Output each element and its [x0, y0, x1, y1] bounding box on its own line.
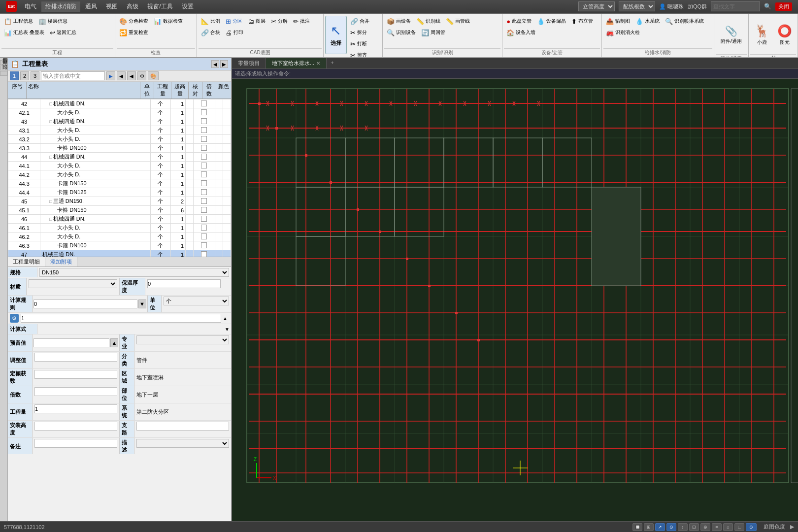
input-calc-rule[interactable]: [33, 299, 137, 308]
search-clear-btn[interactable]: ◀: [127, 71, 136, 80]
btn-layer[interactable]: 🗂图层: [245, 16, 268, 27]
wire-count-combo[interactable]: 配线根数: [619, 1, 655, 11]
input-adjust[interactable]: [34, 353, 117, 362]
btn-merge[interactable]: 🔗合并: [348, 16, 372, 27]
input-insulation[interactable]: [147, 279, 221, 288]
btn-set-vertical[interactable]: ⬆布立管: [569, 16, 596, 27]
btn-repeat-check[interactable]: 🔁重复检查: [117, 27, 151, 38]
btn-annotate[interactable]: ✏批注: [291, 16, 312, 27]
header-btn-2[interactable]: ▶: [220, 60, 228, 68]
btn-project-info[interactable]: 📋工程信息: [1, 16, 35, 27]
tab-detail[interactable]: 工程量明细: [8, 257, 45, 266]
input-install-height[interactable]: [34, 422, 117, 431]
num-tab-1[interactable]: 1: [10, 71, 19, 80]
table-row[interactable]: 46 □机械四通 DN. 个 1: [8, 215, 231, 224]
btn-return-summary[interactable]: ↩返回汇总: [47, 27, 79, 38]
table-row[interactable]: 46.2 大小头 D. 个 1: [8, 233, 231, 241]
cad-tab-zero[interactable]: 零量项目: [232, 58, 266, 68]
table-row[interactable]: 42 □机械四通 DN. 个 1: [8, 100, 231, 108]
btn-around-pipe[interactable]: 🔄周回管: [419, 27, 448, 38]
btn-break[interactable]: ✂打断: [348, 38, 372, 49]
menu-view[interactable]: 视图: [102, 1, 122, 12]
scroll-right-btn[interactable]: ▼: [223, 325, 231, 333]
calc-rule-dropdown[interactable]: ▼: [138, 299, 146, 308]
status-scroll-right[interactable]: ▶: [790, 524, 794, 530]
btn-id-device[interactable]: 🔍识别设备: [384, 27, 418, 38]
btn-connect-pipe[interactable]: 📏画管线: [443, 16, 472, 27]
input-unit[interactable]: 个: [164, 297, 230, 305]
btn-draw-device[interactable]: 📦画设备: [384, 16, 413, 27]
status-icon-7[interactable]: ∟: [734, 523, 744, 531]
header-btn-1[interactable]: ◀: [211, 60, 219, 68]
menu-electric[interactable]: 电气: [21, 1, 40, 12]
table-row[interactable]: 44.1 大小头 D. 个 1: [8, 162, 231, 170]
cad-tab-basement[interactable]: 地下室给水排水... ✕: [266, 58, 327, 68]
status-icon-dyn[interactable]: ⊕: [700, 523, 710, 531]
column-height-combo[interactable]: 立管高度: [578, 1, 615, 11]
table-row[interactable]: 44.2 大小头 D. 个 1: [8, 170, 231, 179]
calc-icon[interactable]: ⚙: [10, 314, 19, 323]
tab-add-item[interactable]: 添加附项: [45, 257, 77, 266]
btn-identify-line[interactable]: 📏识别线: [414, 16, 443, 27]
btn-split-cad[interactable]: ✂分解: [268, 16, 290, 27]
table-row[interactable]: 44.3 卡箍 DN150 个 1: [8, 179, 231, 188]
table-row[interactable]: 42.1 大小头 D. 个 1: [8, 108, 231, 117]
search-input[interactable]: [711, 1, 760, 11]
btn-summary-table[interactable]: 📊汇总表 叠显表: [1, 27, 47, 38]
side-tab-info[interactable]: 工程信息: [0, 60, 7, 65]
input-qty[interactable]: [34, 404, 117, 413]
reserved-up[interactable]: ▲: [110, 338, 118, 347]
table-row[interactable]: 44 □机械四通 DN. 个 1: [8, 153, 231, 162]
table-color-btn[interactable]: 🎨: [148, 71, 159, 80]
input-material[interactable]: [29, 279, 117, 288]
input-desc[interactable]: [136, 439, 229, 448]
btn-id-hydrant[interactable]: 🚒识别消火栓: [603, 27, 642, 38]
table-row[interactable]: 43 □机械四通 DN. 个 1: [8, 117, 231, 126]
num-tab-3[interactable]: 3: [31, 71, 39, 80]
status-icon-tspace[interactable]: ⌂: [723, 523, 733, 531]
status-icon-ortho[interactable]: ⊞: [644, 523, 654, 531]
btn-ai-deer[interactable]: 🦌 小鹿: [751, 16, 773, 54]
status-icon-polar[interactable]: ↗: [655, 523, 665, 531]
menu-ventilation[interactable]: 通风: [81, 1, 101, 12]
tab-close-icon[interactable]: ✕: [316, 61, 320, 66]
menu-settings[interactable]: 设置: [178, 1, 198, 12]
btn-data-check[interactable]: 📊数据检查: [151, 16, 185, 27]
menu-tools[interactable]: 视窗/工具: [143, 1, 176, 12]
search-options-btn[interactable]: ⚙: [137, 71, 146, 80]
close-btn[interactable]: 关闭: [775, 2, 792, 11]
input-branch[interactable]: [136, 422, 229, 431]
btn-scale[interactable]: 📐比例: [199, 16, 223, 27]
input-mult[interactable]: [34, 387, 117, 396]
table-row[interactable]: 43.3 卡箍 DN100 个 1: [8, 144, 231, 153]
btn-color-check[interactable]: 🎨分色检查: [117, 16, 151, 27]
btn-device-enter[interactable]: 🏠设备入墙: [504, 27, 538, 38]
btn-split[interactable]: ✂拆分: [348, 27, 372, 38]
btn-all-vertical[interactable]: ●此盘立管: [504, 16, 534, 27]
status-icon-9[interactable]: ⊙: [746, 523, 757, 531]
table-row[interactable]: 45 □三通 DN150. 个 2: [8, 197, 231, 206]
status-icon-ducs[interactable]: ⊡: [689, 523, 699, 531]
search-go-btn[interactable]: ▶: [106, 71, 115, 80]
btn-select[interactable]: ↖ 选择: [325, 16, 347, 54]
menu-advanced[interactable]: 高级: [123, 1, 142, 12]
btn-merge-block[interactable]: 🔗合块: [199, 27, 223, 38]
table-row[interactable]: 43.1 大小头 D. 个 1: [8, 126, 231, 135]
input-note[interactable]: [34, 439, 117, 448]
menu-plumbing[interactable]: 给排水/消防: [41, 1, 80, 12]
status-icon-otrack[interactable]: ↕: [678, 523, 688, 531]
table-row[interactable]: 43.2 大小头 D. 个 1: [8, 135, 231, 144]
btn-attach[interactable]: 📎 附件/通用: [717, 16, 745, 54]
input-profession[interactable]: [136, 335, 229, 344]
btn-circle-element[interactable]: ⭕ 图元: [774, 16, 796, 54]
input-reserved[interactable]: [33, 338, 109, 347]
search-icon[interactable]: 🔍: [764, 3, 771, 10]
btn-trim-align[interactable]: ✂剪齐: [348, 50, 372, 58]
btn-print[interactable]: 🖨打印: [223, 27, 246, 38]
table-row[interactable]: 47 机械三通 DN. 个 1: [8, 250, 231, 257]
qq-btn[interactable]: 加QQ群: [688, 3, 707, 10]
btn-device-exc[interactable]: 💧设备漏晶: [534, 16, 568, 27]
user-btn[interactable]: 👤 嗯嗯珠: [659, 3, 684, 10]
input-spec[interactable]: DN150: [39, 268, 229, 277]
btn-export-drawing[interactable]: 📤输制图: [603, 16, 632, 27]
